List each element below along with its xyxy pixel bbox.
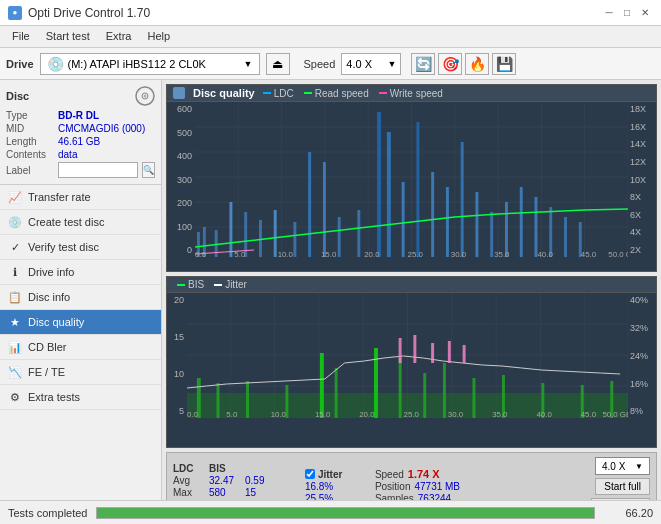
write-speed-label: Write speed bbox=[390, 88, 443, 99]
disc-panel-icon bbox=[135, 86, 155, 106]
create-test-disc-icon: 💿 bbox=[8, 215, 22, 229]
toolbar-icons: 🔄 🎯 🔥 💾 bbox=[411, 53, 516, 75]
progress-bar-fill bbox=[97, 508, 594, 518]
chart2-area: 2015105 bbox=[167, 293, 656, 418]
menu-start-test[interactable]: Start test bbox=[38, 28, 98, 45]
svg-rect-81 bbox=[443, 363, 446, 418]
speed-value: 4.0 X bbox=[346, 58, 372, 70]
burn-icon[interactable]: 🔥 bbox=[465, 53, 489, 75]
legend-jitter: Jitter bbox=[214, 279, 247, 290]
jitter-label-legend: Jitter bbox=[225, 279, 247, 290]
nav-verify-test-disc[interactable]: ✓ Verify test disc bbox=[0, 235, 161, 260]
svg-rect-39 bbox=[490, 212, 493, 257]
svg-text:0.0: 0.0 bbox=[195, 250, 207, 257]
svg-rect-42 bbox=[535, 197, 538, 257]
svg-rect-32 bbox=[387, 132, 391, 257]
minimize-button[interactable]: ─ bbox=[601, 5, 617, 21]
content-area: Disc quality LDC Read speed Write speed bbox=[162, 80, 661, 524]
svg-rect-24 bbox=[259, 220, 262, 257]
drive-dropdown-arrow: ▼ bbox=[244, 59, 253, 69]
chart1-legend: LDC Read speed Write speed bbox=[263, 88, 443, 99]
jitter-checkbox[interactable] bbox=[305, 469, 315, 479]
nav-fe-te-label: FE / TE bbox=[28, 366, 65, 378]
drive-select[interactable]: 💿 (M:) ATAPI iHBS112 2 CL0K ▼ bbox=[40, 53, 260, 75]
svg-rect-41 bbox=[520, 187, 523, 257]
svg-text:40.0: 40.0 bbox=[537, 250, 553, 257]
nav-items: 📈 Transfer rate 💿 Create test disc ✓ Ver… bbox=[0, 185, 161, 497]
length-label: Length bbox=[6, 136, 54, 147]
legend-write-speed: Write speed bbox=[379, 88, 443, 99]
svg-text:25.0: 25.0 bbox=[404, 410, 420, 418]
svg-rect-36 bbox=[446, 187, 449, 257]
nav-cd-bler[interactable]: 📊 CD Bler bbox=[0, 335, 161, 360]
refresh-icon[interactable]: 🔄 bbox=[411, 53, 435, 75]
nav-fe-te[interactable]: 📉 FE / TE bbox=[0, 360, 161, 385]
nav-disc-quality[interactable]: ★ Disc quality bbox=[0, 310, 161, 335]
label-input[interactable] bbox=[58, 162, 138, 178]
settings-icon[interactable]: 🎯 bbox=[438, 53, 462, 75]
app-title: Opti Drive Control 1.70 bbox=[28, 6, 150, 20]
disc-panel: Disc Type BD-R DL MID CMCMAGDI6 (000) L bbox=[0, 80, 161, 185]
max-ldc-val: 580 bbox=[209, 487, 237, 498]
drive-label: Drive bbox=[6, 58, 34, 70]
speed-select[interactable]: 4.0 X ▼ bbox=[341, 53, 401, 75]
cd-bler-icon: 📊 bbox=[8, 340, 22, 354]
svg-text:45.0: 45.0 bbox=[581, 410, 597, 418]
drive-info-icon: ℹ bbox=[8, 265, 22, 279]
menu-file[interactable]: File bbox=[4, 28, 38, 45]
menu-help[interactable]: Help bbox=[139, 28, 178, 45]
status-text: Tests completed bbox=[8, 507, 88, 519]
app-icon: ● bbox=[8, 6, 22, 20]
svg-text:35.0: 35.0 bbox=[494, 250, 510, 257]
save-icon[interactable]: 💾 bbox=[492, 53, 516, 75]
svg-text:20.0: 20.0 bbox=[364, 250, 380, 257]
main-area: Disc Type BD-R DL MID CMCMAGDI6 (000) L bbox=[0, 80, 661, 524]
label-search-button[interactable]: 🔍 bbox=[142, 162, 155, 178]
svg-rect-77 bbox=[335, 368, 338, 418]
svg-text:25.0: 25.0 bbox=[408, 250, 424, 257]
speed-select-box[interactable]: 4.0 X ▼ bbox=[595, 457, 650, 475]
chart2-y-left: 2015105 bbox=[167, 293, 187, 418]
nav-drive-info[interactable]: ℹ Drive info bbox=[0, 260, 161, 285]
avg-jitter-val: 16.8% bbox=[305, 481, 365, 492]
stats-speed-col: Speed 1.74 X Position 47731 MB Samples 7… bbox=[375, 468, 460, 504]
verify-test-disc-icon: ✓ bbox=[8, 240, 22, 254]
disc-info-icon: 📋 bbox=[8, 290, 22, 304]
nav-disc-info[interactable]: 📋 Disc info bbox=[0, 285, 161, 310]
bis-col-header: BIS bbox=[209, 463, 237, 474]
svg-rect-87 bbox=[399, 338, 402, 363]
ldc-label: LDC bbox=[274, 88, 294, 99]
start-full-button[interactable]: Start full bbox=[595, 478, 650, 495]
window-controls: ─ □ ✕ bbox=[601, 5, 653, 21]
nav-create-test-disc[interactable]: 💿 Create test disc bbox=[0, 210, 161, 235]
chart1-title: Disc quality bbox=[193, 87, 255, 99]
svg-text:45.0: 45.0 bbox=[581, 250, 597, 257]
disc-quality-icon: ★ bbox=[8, 315, 22, 329]
nav-extra-tests[interactable]: ⚙ Extra tests bbox=[0, 385, 161, 410]
svg-text:30.0: 30.0 bbox=[451, 250, 467, 257]
speed-select-value: 4.0 X bbox=[602, 461, 625, 472]
svg-text:10.0: 10.0 bbox=[271, 410, 287, 418]
menubar: File Start test Extra Help bbox=[0, 26, 661, 48]
avg-row-label: Avg bbox=[173, 475, 201, 486]
svg-rect-31 bbox=[377, 112, 381, 257]
svg-rect-25 bbox=[274, 210, 277, 257]
svg-text:50.0 GB: 50.0 GB bbox=[608, 250, 628, 257]
chart1-area: 6005004003002001000 bbox=[167, 102, 656, 257]
bis-dot bbox=[177, 284, 185, 286]
position-value: 47731 MB bbox=[414, 481, 460, 492]
eject-button[interactable]: ⏏ bbox=[266, 53, 290, 75]
close-button[interactable]: ✕ bbox=[637, 5, 653, 21]
stats-jitter-col: Jitter 16.8% 25.5% bbox=[305, 469, 365, 504]
titlebar-left: ● Opti Drive Control 1.70 bbox=[8, 6, 150, 20]
svg-text:35.0: 35.0 bbox=[492, 410, 508, 418]
avg-ldc-val: 32.47 bbox=[209, 475, 237, 486]
chart2-y-right: 40%32%24%16%8% bbox=[628, 293, 656, 418]
menu-extra[interactable]: Extra bbox=[98, 28, 140, 45]
svg-rect-79 bbox=[399, 358, 402, 418]
svg-rect-76 bbox=[320, 353, 324, 418]
svg-text:5.0: 5.0 bbox=[234, 250, 246, 257]
maximize-button[interactable]: □ bbox=[619, 5, 635, 21]
svg-rect-29 bbox=[338, 217, 341, 257]
nav-transfer-rate[interactable]: 📈 Transfer rate bbox=[0, 185, 161, 210]
